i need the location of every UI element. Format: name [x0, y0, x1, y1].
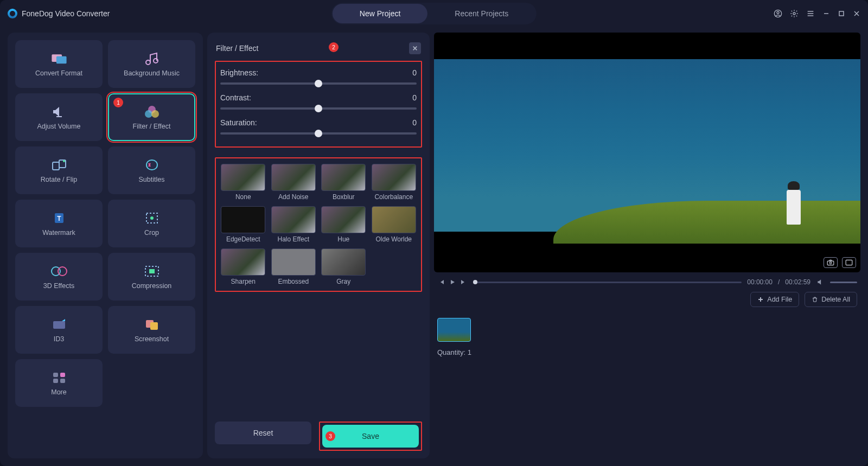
filter-none[interactable]: None	[220, 164, 266, 201]
delete-all-button[interactable]: Delete All	[805, 292, 857, 307]
tool-filter-effect[interactable]: 1Filter / Effect	[108, 93, 195, 141]
tool-more[interactable]: More	[15, 359, 103, 407]
filter-boxblur[interactable]: Boxblur	[321, 164, 367, 201]
filter-grid: NoneAdd NoiseBoxblurColorbalanceEdgeDete…	[215, 157, 422, 292]
clips-area: Quantity: 1	[434, 315, 860, 360]
svg-rect-11	[53, 162, 59, 170]
effect-panel-title: Filter / Effect	[216, 44, 258, 53]
brightness-thumb[interactable]	[315, 80, 322, 87]
saturation-track[interactable]	[220, 132, 417, 135]
menu-icon[interactable]	[806, 9, 815, 18]
tool-subtitles[interactable]: Subtitles	[108, 146, 195, 194]
contrast-track[interactable]	[220, 107, 417, 110]
watermark-icon: T	[50, 210, 68, 226]
close-button[interactable]	[853, 10, 860, 17]
saturation-slider: Saturation: 0	[220, 118, 417, 135]
tool-label: Convert Format	[35, 69, 82, 77]
filter-label: Add Noise	[278, 193, 308, 201]
adjust-volume-icon	[50, 104, 68, 119]
clip-thumbnail[interactable]	[437, 318, 471, 342]
filter-thumb	[271, 206, 316, 233]
tab-new-project[interactable]: New Project	[333, 4, 427, 23]
snapshot-icon[interactable]	[824, 257, 838, 268]
svg-rect-29	[827, 261, 834, 265]
app-logo-icon	[8, 9, 17, 18]
add-file-button[interactable]: Add File	[750, 292, 799, 307]
filter-thumb	[321, 248, 366, 276]
fullscreen-icon[interactable]	[842, 257, 856, 268]
svg-rect-5	[56, 56, 66, 64]
tool-convert-format[interactable]: Convert Format	[15, 40, 103, 88]
tool-label: Subtitles	[139, 176, 165, 183]
tool-rotate-flip[interactable]: Rotate / Flip	[15, 146, 103, 194]
maximize-button[interactable]	[838, 10, 845, 17]
app-title: FoneDog Video Converter	[22, 9, 110, 18]
filter-halo-effect[interactable]: Halo Effect	[271, 206, 317, 243]
brightness-slider: Brightness: 0	[220, 68, 417, 85]
tool-compression[interactable]: Compression	[108, 253, 195, 301]
seek-bar[interactable]	[473, 282, 742, 283]
tool-3d-effects[interactable]: 3D Effects	[15, 253, 103, 301]
filter-label: Olde Worlde	[376, 235, 412, 243]
tool-watermark[interactable]: TWatermark	[15, 200, 103, 247]
background-music-icon	[143, 51, 161, 66]
contrast-thumb[interactable]	[315, 105, 322, 112]
saturation-thumb[interactable]	[315, 130, 322, 137]
close-panel-button[interactable]	[409, 42, 421, 54]
video-preview[interactable]	[434, 33, 860, 272]
delete-all-label: Delete All	[821, 296, 850, 303]
account-icon[interactable]	[774, 9, 782, 18]
filter-hue[interactable]: Hue	[321, 206, 367, 243]
filter-thumb	[221, 164, 265, 191]
tool-crop[interactable]: Crop	[108, 200, 195, 247]
brand: FoneDog Video Converter	[8, 9, 110, 18]
saturation-label: Saturation:	[220, 118, 257, 127]
tool-background-music[interactable]: Background Music	[108, 40, 195, 88]
svg-point-19	[58, 267, 67, 276]
filter-gray[interactable]: Gray	[321, 248, 367, 285]
filter-label: Hue	[337, 235, 349, 243]
tool-adjust-volume[interactable]: Adjust Volume	[15, 93, 103, 141]
tool-label: Compression	[132, 282, 172, 290]
filter-edgedetect[interactable]: EdgeDetect	[220, 206, 266, 243]
tab-recent-projects[interactable]: Recent Projects	[427, 4, 535, 23]
sliders-group: Brightness: 0 Contrast: 0 Saturation:	[215, 61, 422, 148]
filter-label: Gray	[336, 278, 350, 285]
brightness-track[interactable]	[220, 82, 417, 85]
filter-thumb	[372, 164, 416, 191]
play-button[interactable]	[448, 278, 457, 286]
filter-add-noise[interactable]: Add Noise	[271, 164, 317, 201]
filter-olde-worlde[interactable]: Olde Worlde	[371, 206, 417, 243]
filter-sharpen[interactable]: Sharpen	[220, 248, 266, 285]
svg-point-9	[145, 110, 152, 118]
volume-icon[interactable]	[816, 278, 825, 286]
svg-point-2	[793, 12, 795, 15]
settings-icon[interactable]	[790, 9, 799, 18]
tool-label: Rotate / Flip	[41, 176, 77, 183]
filter-thumb	[221, 206, 265, 233]
save-button[interactable]: Save	[322, 425, 419, 448]
more-icon	[50, 370, 68, 385]
svg-text:T: T	[57, 215, 61, 222]
brightness-label: Brightness:	[220, 68, 258, 77]
filter-label: Embossed	[278, 278, 309, 285]
tool-id3[interactable]: ID3	[15, 306, 103, 354]
volume-bar[interactable]	[830, 282, 857, 283]
prev-button[interactable]	[437, 278, 446, 286]
filter-effect-icon	[143, 104, 161, 119]
convert-format-icon	[50, 51, 68, 66]
svg-rect-22	[53, 321, 65, 329]
reset-button[interactable]: Reset	[215, 422, 311, 444]
filter-label: Boxblur	[333, 193, 355, 201]
seek-thumb[interactable]	[473, 280, 477, 284]
compression-icon	[143, 264, 161, 279]
minimize-button[interactable]	[822, 10, 830, 17]
filter-embossed[interactable]: Embossed	[271, 248, 317, 285]
contrast-value: 0	[412, 93, 417, 102]
step-marker-2: 2	[329, 42, 339, 52]
filter-colorbalance[interactable]: Colorbalance	[371, 164, 417, 201]
next-button[interactable]	[459, 278, 468, 286]
subtitles-icon	[143, 157, 161, 173]
tool-screenshot[interactable]: Screenshot	[108, 306, 195, 354]
svg-rect-26	[60, 373, 65, 377]
